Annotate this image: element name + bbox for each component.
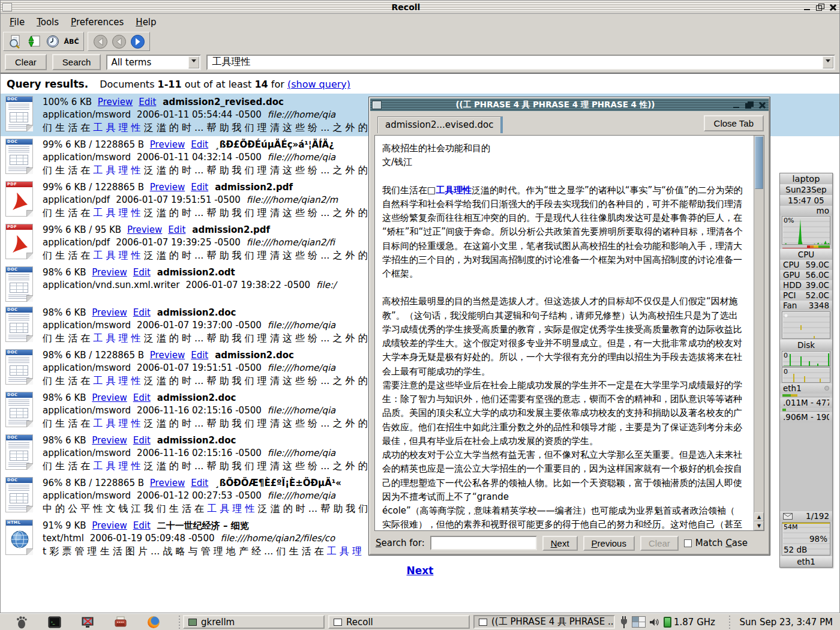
typewriter-icon[interactable] (113, 615, 128, 629)
result-date: 2006-01-12 00:27:53 -0500 (137, 490, 262, 501)
preview-window-menu-icon[interactable] (372, 101, 382, 109)
search-mode-combobox[interactable]: All terms (106, 55, 201, 70)
find-previous-button[interactable]: Previous (583, 536, 635, 551)
advanced-search-icon[interactable] (8, 34, 23, 49)
combo-arrow-icon[interactable] (188, 56, 199, 68)
result-mimetype: application/msword (43, 320, 131, 331)
next-page-icon[interactable] (130, 34, 145, 49)
result-edit-link[interactable]: Edit (191, 350, 208, 361)
clear-button[interactable]: Clear (5, 54, 47, 70)
doc-file-icon: DOC (5, 434, 33, 470)
recoll-titlebar[interactable]: Recoll (1, 1, 839, 14)
result-edit-link[interactable]: Edit (133, 435, 151, 446)
prev-page-icon[interactable] (111, 34, 127, 49)
taskbar-handle[interactable] (177, 616, 181, 629)
cpufreq-icon[interactable] (664, 617, 671, 628)
result-url: file:///home/qia (268, 362, 336, 373)
scrollbar-thumb[interactable] (755, 136, 763, 189)
find-input[interactable] (430, 536, 537, 550)
result-preview-link[interactable]: Preview (150, 139, 185, 150)
preview-tab[interactable]: admission2...evised.doc (377, 116, 503, 133)
term-explorer-label: ÅBĈ (64, 38, 79, 46)
preview-paragraph: 高校招生的社会功能和目的 文/钱江 (382, 142, 746, 170)
result-edit-link[interactable]: Edit (168, 224, 185, 235)
result-title: ¸ßÐ£ÕÐÉúµÄÉç»á¹¦ÄܺÍÄ¿ (215, 139, 334, 150)
temp-row: HDD39.0C (780, 280, 832, 290)
power-plug-icon[interactable] (620, 616, 628, 628)
next-page-link[interactable]: Next (1, 565, 839, 577)
fan-value: 3348 (809, 301, 829, 311)
result-title: ¸ßÕÐÖÆ¶È£ºÏ¡È±ÖÐµÄ¹« (215, 478, 341, 488)
preview-close-button[interactable] (757, 101, 767, 109)
mail-count: 1/192 (806, 511, 829, 521)
preview-text: 高校招生的社会功能和目的 文/钱江我们生活在□工具理性泛滥的时代。作为“世之显学… (375, 136, 754, 530)
screenshot-icon[interactable] (80, 615, 95, 629)
window-menu-icon[interactable] (2, 3, 12, 11)
gnome-foot-icon[interactable] (14, 615, 29, 629)
workspace-pager[interactable] (632, 616, 646, 628)
history-clock-icon[interactable] (45, 34, 61, 49)
menu-file[interactable]: File (4, 15, 30, 29)
match-case-option[interactable]: Match Case (684, 538, 748, 548)
term-explorer-icon[interactable]: ÅBĈ (64, 34, 79, 49)
show-query-link[interactable]: (show query) (287, 79, 350, 90)
find-next-button[interactable]: Next (542, 536, 578, 551)
result-edit-link[interactable]: Edit (139, 97, 156, 107)
cpufreq-value: 1.87 GHz (674, 617, 715, 628)
mail-icon (783, 513, 793, 520)
close-tab-button[interactable]: Close Tab (704, 115, 764, 131)
result-preview-link[interactable]: Preview (150, 350, 185, 361)
query-input[interactable]: 工具理性 (206, 55, 835, 70)
preview-scrollbar[interactable]: ▲ ▼ (754, 136, 764, 530)
scroll-up-icon[interactable]: ▲ (754, 512, 764, 521)
find-clear-button[interactable]: Clear (640, 536, 679, 551)
preview-minimize-button[interactable] (732, 101, 742, 109)
result-preview-link[interactable]: Preview (92, 435, 127, 446)
menu-help[interactable]: Help (130, 15, 161, 29)
firefox-icon[interactable] (146, 615, 161, 629)
result-preview-link[interactable]: Preview (92, 392, 127, 403)
task-button-gkrellm[interactable]: gkrellm (183, 615, 325, 629)
result-preview-link[interactable]: Preview (150, 182, 185, 193)
task-button-phrase4phrase[interactable]: ((工 PHRASE 4 具 PHRASE ... (473, 615, 615, 629)
taskbar-clock[interactable]: Sun Sep 23, 3:47 PM (734, 614, 840, 630)
window-title: Recoll (12, 2, 800, 12)
result-preview-link[interactable]: Preview (92, 307, 127, 318)
result-preview-link[interactable]: Preview (92, 267, 127, 278)
volume-icon[interactable] (649, 617, 660, 627)
match-case-checkbox[interactable] (684, 539, 692, 547)
result-edit-link[interactable]: Edit (133, 520, 151, 531)
result-edit-link[interactable]: Edit (133, 307, 151, 318)
result-preview-link[interactable]: Preview (98, 97, 133, 107)
query-history-arrow-icon[interactable] (823, 56, 833, 68)
gkrellm-panel[interactable]: laptop Sun23Sep 15:47 05 mo 0% CPU CPU59… (779, 173, 833, 568)
doc-file-icon: DOC (5, 307, 33, 342)
result-preview-link[interactable]: Preview (92, 520, 127, 531)
result-edit-link[interactable]: Edit (191, 182, 208, 193)
minimize-button[interactable] (803, 3, 812, 11)
menu-preferences[interactable]: Preferences (65, 15, 129, 29)
sort-params-icon[interactable] (26, 34, 42, 49)
preview-maximize-button[interactable] (745, 101, 754, 109)
result-score: 96% 8 KB / 1228865 B (43, 478, 147, 488)
result-edit-link[interactable]: Edit (133, 267, 151, 278)
result-edit-link[interactable]: Edit (191, 139, 208, 150)
result-edit-link[interactable]: Edit (133, 392, 151, 403)
close-button[interactable] (828, 3, 838, 11)
maximize-button[interactable] (815, 3, 825, 11)
clock-handle[interactable] (728, 616, 732, 629)
preview-titlebar[interactable]: ((工 PHRASE 4 具 PHRASE 4 理 PHRASE 4 性)) (370, 98, 769, 111)
eth1-row: eth1 (780, 383, 832, 394)
first-page-icon[interactable] (92, 34, 108, 49)
menu-tools[interactable]: Tools (31, 15, 64, 29)
terminal-icon[interactable]: ›_ (47, 615, 62, 629)
scroll-down-icon[interactable]: ▼ (754, 521, 764, 530)
result-edit-link[interactable]: Edit (191, 478, 208, 488)
results-middle: out of at least (185, 79, 252, 90)
task-button-recoll[interactable]: Recoll (328, 615, 470, 629)
result-preview-link[interactable]: Preview (127, 224, 162, 235)
result-title: admission2.pdf (215, 182, 293, 193)
temperature-list: CPU59.0CGPU56.0CHDD39.0CPCI52.0C (780, 260, 832, 301)
result-preview-link[interactable]: Preview (150, 478, 185, 488)
search-button[interactable]: Search (52, 54, 101, 70)
